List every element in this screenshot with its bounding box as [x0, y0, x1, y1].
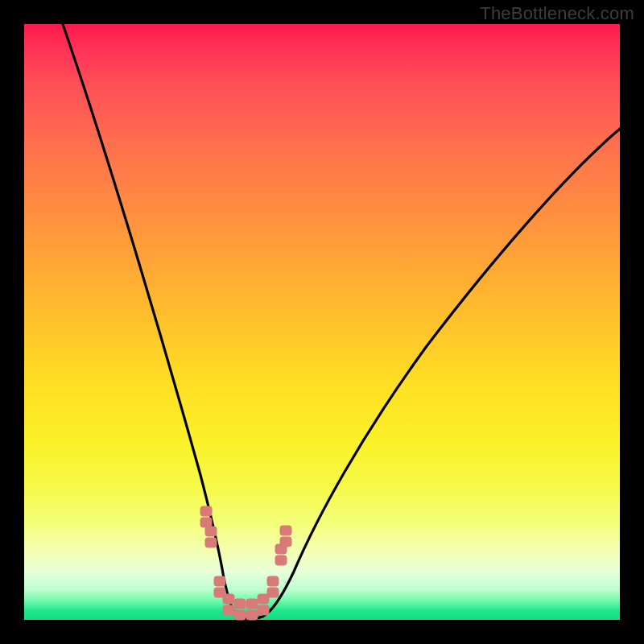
svg-rect-15 [267, 588, 279, 597]
marker [275, 544, 287, 565]
svg-rect-3 [205, 538, 217, 547]
marker [246, 599, 258, 620]
marker [258, 594, 269, 615]
svg-rect-9 [234, 610, 246, 620]
svg-rect-18 [280, 526, 291, 535]
svg-rect-0 [200, 506, 212, 516]
svg-rect-10 [246, 599, 258, 609]
svg-rect-11 [246, 610, 258, 620]
svg-rect-13 [258, 605, 269, 615]
marker [223, 594, 234, 615]
bottleneck-curve [63, 24, 620, 619]
svg-rect-17 [275, 555, 287, 565]
svg-rect-4 [214, 576, 225, 586]
chart-frame: TheBottleneck.com [0, 0, 644, 644]
svg-rect-6 [223, 594, 234, 604]
chart-svg [24, 24, 620, 620]
svg-rect-19 [280, 537, 291, 547]
marker [280, 526, 291, 547]
marker [267, 576, 279, 597]
svg-rect-8 [234, 599, 246, 609]
svg-rect-1 [200, 518, 212, 527]
svg-rect-7 [223, 605, 234, 615]
watermark-text: TheBottleneck.com [480, 3, 634, 24]
marker [234, 599, 246, 620]
svg-rect-14 [267, 576, 279, 586]
svg-rect-2 [205, 526, 217, 536]
